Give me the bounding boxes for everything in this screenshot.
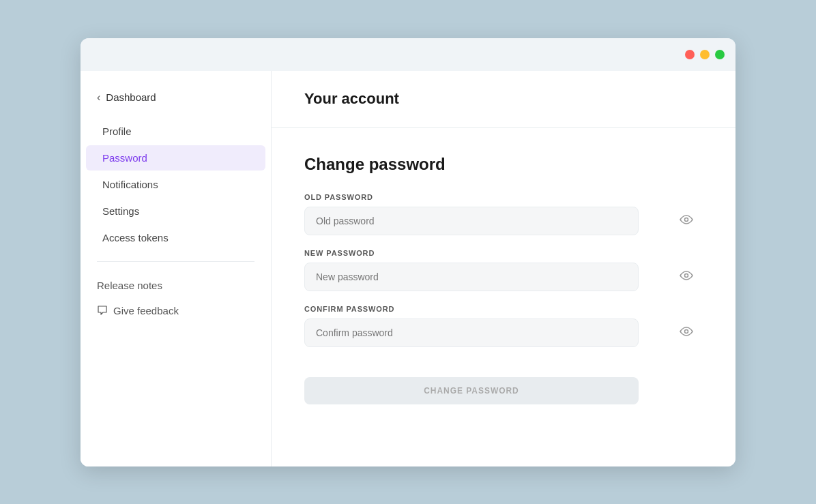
old-password-toggle-icon[interactable] [680, 213, 693, 229]
minimize-button[interactable] [700, 50, 710, 59]
chat-icon [97, 305, 108, 316]
new-password-label: NEW PASSWORD [304, 249, 703, 257]
new-password-group: NEW PASSWORD [304, 249, 703, 291]
traffic-lights [685, 50, 725, 59]
confirm-password-wrapper [304, 318, 703, 347]
back-arrow-icon: ‹ [97, 91, 100, 104]
new-password-toggle-icon[interactable] [680, 269, 693, 285]
sidebar-item-release-notes[interactable]: Release notes [86, 273, 265, 298]
page-title: Your account [304, 90, 703, 108]
confirm-password-group: CONFIRM PASSWORD [304, 305, 703, 347]
app-window: ‹ Dashboard Profile Password Notificatio… [81, 38, 735, 466]
old-password-label: OLD PASSWORD [304, 193, 703, 201]
old-password-wrapper [304, 207, 703, 235]
sidebar-footer: Release notes Give feedback [81, 273, 271, 323]
main-content: Your account Change password OLD PASSWOR… [272, 71, 735, 466]
close-button[interactable] [685, 50, 695, 59]
old-password-group: OLD PASSWORD [304, 193, 703, 235]
maximize-button[interactable] [715, 50, 725, 59]
sidebar-item-settings[interactable]: Settings [86, 198, 265, 224]
svg-point-1 [685, 273, 688, 277]
new-password-wrapper [304, 263, 703, 291]
sidebar-item-notifications[interactable]: Notifications [86, 172, 265, 197]
new-password-input[interactable] [304, 263, 639, 291]
sidebar-item-profile[interactable]: Profile [86, 119, 265, 144]
sidebar-item-password[interactable]: Password [86, 145, 265, 171]
back-label: Dashboard [106, 91, 156, 103]
back-to-dashboard[interactable]: ‹ Dashboard [81, 85, 271, 117]
svg-point-2 [685, 329, 688, 333]
old-password-input[interactable] [304, 207, 639, 235]
confirm-password-label: CONFIRM PASSWORD [304, 305, 703, 313]
change-password-button[interactable]: CHANGE PASSWORD [304, 377, 639, 404]
confirm-password-toggle-icon[interactable] [680, 325, 693, 341]
main-body: Change password OLD PASSWORD [272, 128, 735, 432]
app-body: ‹ Dashboard Profile Password Notificatio… [81, 71, 735, 466]
sidebar-item-access-tokens[interactable]: Access tokens [86, 225, 265, 250]
titlebar [81, 38, 735, 71]
sidebar: ‹ Dashboard Profile Password Notificatio… [81, 71, 272, 466]
sidebar-nav: Profile Password Notifications Settings … [81, 119, 271, 250]
sidebar-divider [97, 261, 254, 262]
svg-point-0 [685, 218, 688, 221]
main-header: Your account [272, 71, 735, 128]
sidebar-item-give-feedback[interactable]: Give feedback [86, 298, 265, 323]
confirm-password-input[interactable] [304, 318, 639, 347]
section-title: Change password [304, 155, 703, 174]
